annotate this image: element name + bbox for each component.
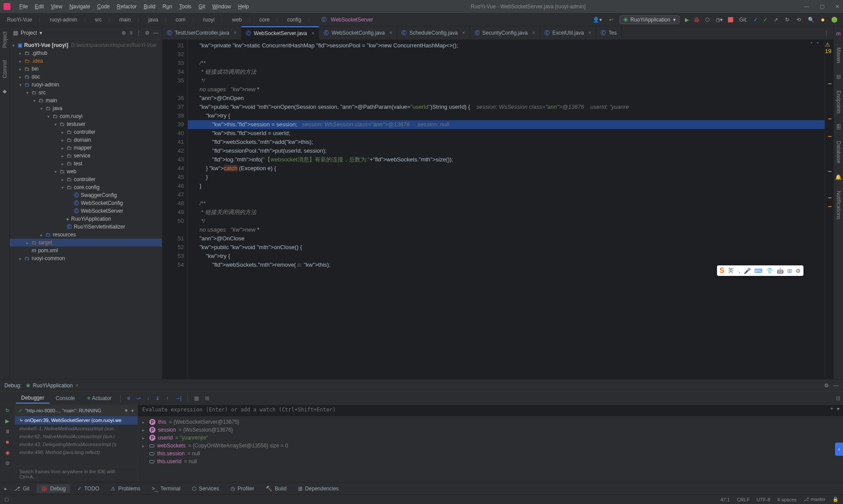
status-lock-icon[interactable]: 🔒 — [832, 497, 839, 502]
tab-actuator[interactable]: ✳ Actuator — [81, 393, 117, 403]
menu-view[interactable]: View — [47, 2, 66, 11]
git-rollback-icon[interactable]: ⟲ — [796, 16, 802, 24]
stop-icon[interactable] — [728, 17, 733, 22]
tree-item[interactable]: ▸🗀.idea — [10, 57, 162, 65]
editor-tab[interactable]: ⒸScheduleConfig.java× — [397, 26, 470, 39]
tree-item[interactable]: ▾🗀core.config — [10, 183, 162, 191]
expand-icon[interactable]: ≡ — [130, 30, 133, 36]
editor-tab[interactable]: ⒸTes — [596, 26, 622, 39]
menu-run[interactable]: Run — [159, 2, 176, 11]
stop-icon[interactable]: ■ — [6, 439, 9, 445]
editor-tab[interactable]: ⒸWebSocketConfig.java× — [319, 26, 397, 39]
tree-item[interactable]: ▸🗀test — [10, 160, 162, 168]
database-icon[interactable]: 🗄 — [836, 124, 841, 130]
tree-item[interactable]: ▸🗀controller — [10, 175, 162, 183]
breakpoints-icon[interactable]: ◉ — [5, 450, 10, 456]
minimize-icon[interactable]: — — [804, 4, 809, 10]
tree-item[interactable]: ▸🗀ruoyi-common — [10, 254, 162, 262]
tool-endpoints[interactable]: Endpoints — [835, 88, 843, 116]
ime-punct[interactable]: ·, — [737, 268, 740, 274]
add-watch-icon[interactable]: + — [830, 406, 833, 412]
tree-item[interactable]: ▾🗀testuser — [10, 120, 162, 128]
tree-item[interactable]: ▸🗀controller — [10, 128, 162, 136]
avatar-icon[interactable]: 🟢 — [830, 16, 839, 24]
menu-build[interactable]: Build — [140, 2, 159, 11]
ime-lang[interactable]: 英 — [728, 267, 734, 275]
variable-row[interactable]: ▸ webSockets = {CopyOnWriteArraySet@1355… — [140, 442, 840, 450]
crumb[interactable]: src — [92, 16, 104, 24]
locate-icon[interactable]: ⊕ — [122, 30, 126, 36]
tool-database[interactable]: Database — [835, 138, 843, 166]
tree-item[interactable]: ▸🗀.github — [10, 49, 162, 57]
toolwin-build[interactable]: 🔨Build — [261, 484, 291, 493]
endpoints-icon[interactable]: ⊟ — [836, 74, 841, 80]
status-encoding[interactable]: UTF-8 — [757, 497, 770, 502]
mute-bp-icon[interactable]: ⊘ — [5, 460, 10, 466]
warning-mark[interactable] — [828, 83, 832, 84]
crumb[interactable]: RuoYi-Vue — [4, 16, 35, 24]
status-indent[interactable]: 4 spaces — [777, 497, 796, 502]
tree-item[interactable]: ▸🗀domain — [10, 136, 162, 144]
warning-mark[interactable] — [828, 171, 832, 172]
tree-item[interactable]: ▾🗀java — [10, 104, 162, 112]
debug-config[interactable]: ❀ RuoYiApplication × — [26, 382, 79, 389]
warning-mark[interactable] — [828, 136, 832, 137]
variable-row[interactable]: ▸P session = {WsSession@13676} — [140, 426, 840, 434]
tree-item[interactable]: ▾🗀ruoyi-admin — [10, 81, 162, 89]
minimize-icon[interactable]: — — [833, 382, 839, 389]
hide-icon[interactable]: — — [153, 30, 159, 36]
layout-icon[interactable]: ⊟ — [833, 393, 843, 403]
ime-gear-icon[interactable]: ⚙ — [796, 268, 801, 274]
gear-icon[interactable]: ⚙ — [824, 382, 829, 389]
tree-item[interactable]: ▸🗀target — [10, 239, 162, 247]
run-config-selector[interactable]: ❀ RuoYiApplication ▾ — [620, 15, 680, 24]
tabs-more-icon[interactable]: ⋮ — [819, 30, 833, 36]
status-line-sep[interactable]: CRLF — [737, 497, 749, 502]
git-update-icon[interactable]: ✓ — [753, 17, 758, 23]
tree-item[interactable]: ▸🗀bin — [10, 65, 162, 73]
warning-mark[interactable] — [828, 206, 832, 207]
tree-item[interactable]: mpom.xml — [10, 247, 162, 254]
crumb[interactable]: Ⓒ WebSocketServer — [316, 15, 376, 25]
stack-frame[interactable]: invoke:498, Method (java.lang.reflect) — [15, 448, 137, 456]
coverage-icon[interactable]: ⬡ — [704, 16, 710, 24]
tree-item[interactable]: ▾🗀main — [10, 97, 162, 104]
chevron-down-icon[interactable]: ˅ — [816, 41, 819, 48]
tree-item[interactable]: ⒸWebSocketServer — [10, 207, 162, 215]
code-body[interactable]: "kw">private "kw">static ConcurrentHashM… — [188, 39, 825, 379]
frames-list[interactable]: ⤷ onOpen:39, WebSocketServer (com.ruoyi.… — [15, 416, 137, 466]
tree-item[interactable]: ▾🗀web — [10, 168, 162, 175]
step-over-icon[interactable]: ≡ — [124, 393, 133, 403]
toolwin-problems[interactable]: ⚠Problems — [106, 484, 145, 493]
toolwin-git[interactable]: ⎇Git — [10, 484, 34, 493]
crumb[interactable]: core — [257, 16, 272, 24]
maximize-icon[interactable]: ▢ — [820, 4, 825, 10]
tree-item[interactable]: ▸🗀resources — [10, 231, 162, 239]
search-icon[interactable]: 🔍 — [807, 16, 815, 24]
toolwin-terminal[interactable]: >_Terminal — [148, 484, 185, 493]
ime-skin-icon[interactable]: 👕 — [766, 268, 773, 274]
stack-frame[interactable]: invoke:62, NativeMethodAccessorImpl (sun… — [15, 433, 137, 440]
evaluate-icon[interactable]: ▦ — [191, 393, 202, 403]
editor-tab[interactable]: ⒸExcelUtil.java× — [540, 26, 596, 39]
collapse-icon[interactable]: ⋮ — [136, 30, 141, 36]
commit-icon[interactable]: ◆ — [3, 88, 7, 94]
rerun-icon[interactable]: ↻ — [5, 407, 10, 414]
menu-refactor[interactable]: Refactor — [113, 2, 140, 11]
tree-item[interactable]: ▸🗀doc — [10, 73, 162, 81]
crumb[interactable]: ruoyi — [201, 16, 217, 24]
tree-item[interactable]: ▸RuoYiApplication — [10, 215, 162, 223]
ime-mic-icon[interactable]: 🎤 — [744, 268, 751, 274]
status-windows-icon[interactable]: ▢ — [4, 497, 9, 502]
status-git-branch[interactable]: ⎇ master — [803, 497, 825, 502]
menu-navigate[interactable]: Navigate — [66, 2, 94, 11]
step-over-icon[interactable]: ⤻ — [133, 393, 143, 403]
project-tab[interactable]: ▤ Project ▾ — [13, 30, 42, 36]
menu-window[interactable]: Window — [209, 2, 234, 11]
crumb[interactable]: com — [173, 16, 188, 24]
toolwin-todo[interactable]: ✓TODO — [73, 484, 104, 493]
profile-icon[interactable]: ◷▾ — [715, 16, 724, 24]
tool-commit[interactable]: Commit — [1, 57, 9, 81]
toolwin-profiler[interactable]: ◷Profiler — [226, 484, 259, 493]
analysis-warn-icon[interactable]: ⚠ 19 — [825, 41, 832, 54]
